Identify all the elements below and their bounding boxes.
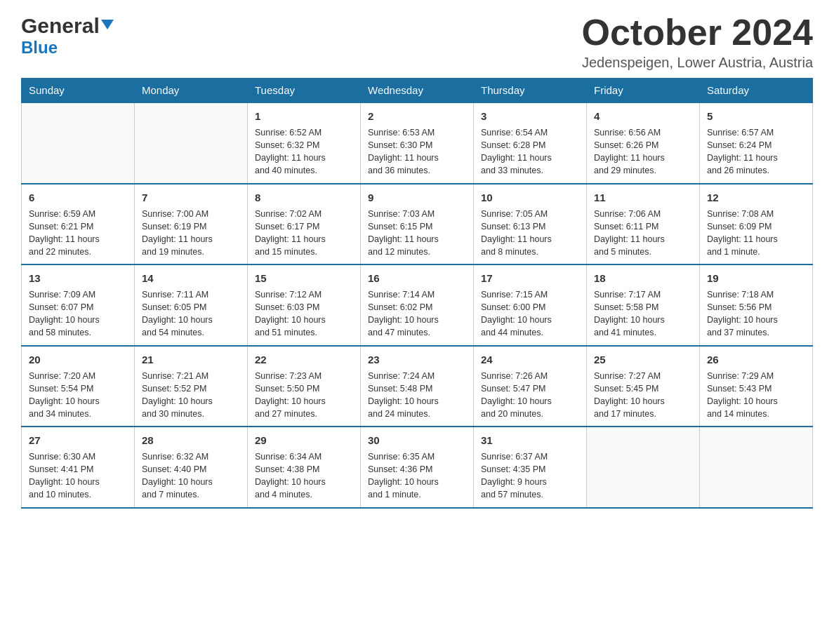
calendar-cell: 23Sunrise: 7:24 AM Sunset: 5:48 PM Dayli… <box>361 346 474 427</box>
day-info: Sunrise: 7:12 AM Sunset: 6:03 PM Dayligh… <box>255 288 353 340</box>
day-number: 25 <box>594 352 692 367</box>
calendar-week-row: 27Sunrise: 6:30 AM Sunset: 4:41 PM Dayli… <box>22 427 813 508</box>
day-info: Sunrise: 7:21 AM Sunset: 5:52 PM Dayligh… <box>142 370 240 421</box>
day-info: Sunrise: 7:14 AM Sunset: 6:02 PM Dayligh… <box>368 288 466 340</box>
calendar-cell: 6Sunrise: 6:59 AM Sunset: 6:21 PM Daylig… <box>22 184 135 265</box>
day-number: 23 <box>368 352 466 367</box>
weekday-header: Friday <box>587 79 700 103</box>
calendar-cell: 2Sunrise: 6:53 AM Sunset: 6:30 PM Daylig… <box>361 102 474 184</box>
day-number: 4 <box>594 109 692 123</box>
calendar-cell: 26Sunrise: 7:29 AM Sunset: 5:43 PM Dayli… <box>700 346 813 427</box>
day-info: Sunrise: 7:20 AM Sunset: 5:54 PM Dayligh… <box>29 370 127 421</box>
day-info: Sunrise: 6:34 AM Sunset: 4:38 PM Dayligh… <box>255 450 353 502</box>
calendar-cell: 29Sunrise: 6:34 AM Sunset: 4:38 PM Dayli… <box>248 427 361 508</box>
day-info: Sunrise: 7:23 AM Sunset: 5:50 PM Dayligh… <box>255 370 353 421</box>
calendar-cell: 21Sunrise: 7:21 AM Sunset: 5:52 PM Dayli… <box>135 346 248 427</box>
weekday-header: Tuesday <box>248 79 361 103</box>
day-number: 13 <box>29 271 127 286</box>
day-number: 7 <box>142 190 240 205</box>
calendar-cell <box>135 102 248 184</box>
day-number: 9 <box>368 190 466 205</box>
calendar-cell: 3Sunrise: 6:54 AM Sunset: 6:28 PM Daylig… <box>474 102 587 184</box>
day-number: 16 <box>368 271 466 286</box>
day-info: Sunrise: 6:35 AM Sunset: 4:36 PM Dayligh… <box>368 450 466 502</box>
day-number: 12 <box>707 190 805 205</box>
calendar-header-row: SundayMondayTuesdayWednesdayThursdayFrid… <box>22 79 813 103</box>
calendar-cell: 19Sunrise: 7:18 AM Sunset: 5:56 PM Dayli… <box>700 264 813 346</box>
day-info: Sunrise: 7:08 AM Sunset: 6:09 PM Dayligh… <box>707 208 805 259</box>
day-number: 1 <box>255 109 353 123</box>
day-number: 21 <box>142 352 240 367</box>
day-number: 26 <box>707 352 805 367</box>
day-number: 2 <box>368 109 466 123</box>
day-info: Sunrise: 7:06 AM Sunset: 6:11 PM Dayligh… <box>594 208 692 259</box>
title-block: October 2024 Jedenspeigen, Lower Austria… <box>582 14 814 71</box>
weekday-header: Thursday <box>474 79 587 103</box>
day-info: Sunrise: 7:09 AM Sunset: 6:07 PM Dayligh… <box>29 288 127 340</box>
day-info: Sunrise: 6:52 AM Sunset: 6:32 PM Dayligh… <box>255 126 353 177</box>
day-number: 15 <box>255 271 353 286</box>
page-header: General Blue October 2024 Jedenspeigen, … <box>21 14 813 71</box>
logo-triangle-icon <box>101 20 114 29</box>
logo-blue-text: Blue <box>21 38 58 58</box>
day-number: 22 <box>255 352 353 367</box>
calendar-cell <box>587 427 700 508</box>
calendar-cell: 24Sunrise: 7:26 AM Sunset: 5:47 PM Dayli… <box>474 346 587 427</box>
location-text: Jedenspeigen, Lower Austria, Austria <box>582 55 814 71</box>
month-title: October 2024 <box>582 14 814 51</box>
day-number: 27 <box>29 433 127 448</box>
calendar-cell <box>700 427 813 508</box>
day-info: Sunrise: 6:54 AM Sunset: 6:28 PM Dayligh… <box>481 126 579 177</box>
calendar-cell: 7Sunrise: 7:00 AM Sunset: 6:19 PM Daylig… <box>135 184 248 265</box>
day-number: 3 <box>481 109 579 123</box>
day-info: Sunrise: 6:57 AM Sunset: 6:24 PM Dayligh… <box>707 126 805 177</box>
calendar-cell: 20Sunrise: 7:20 AM Sunset: 5:54 PM Dayli… <box>22 346 135 427</box>
day-number: 20 <box>29 352 127 367</box>
day-info: Sunrise: 7:27 AM Sunset: 5:45 PM Dayligh… <box>594 370 692 421</box>
weekday-header: Sunday <box>22 79 135 103</box>
day-info: Sunrise: 7:15 AM Sunset: 6:00 PM Dayligh… <box>481 288 579 340</box>
day-info: Sunrise: 7:02 AM Sunset: 6:17 PM Dayligh… <box>255 208 353 259</box>
day-number: 19 <box>707 271 805 286</box>
calendar-cell: 11Sunrise: 7:06 AM Sunset: 6:11 PM Dayli… <box>587 184 700 265</box>
calendar-cell: 30Sunrise: 6:35 AM Sunset: 4:36 PM Dayli… <box>361 427 474 508</box>
day-info: Sunrise: 6:37 AM Sunset: 4:35 PM Dayligh… <box>481 450 579 502</box>
calendar-cell: 5Sunrise: 6:57 AM Sunset: 6:24 PM Daylig… <box>700 102 813 184</box>
day-info: Sunrise: 7:26 AM Sunset: 5:47 PM Dayligh… <box>481 370 579 421</box>
day-number: 18 <box>594 271 692 286</box>
calendar-week-row: 20Sunrise: 7:20 AM Sunset: 5:54 PM Dayli… <box>22 346 813 427</box>
calendar-cell: 18Sunrise: 7:17 AM Sunset: 5:58 PM Dayli… <box>587 264 700 346</box>
calendar-cell: 4Sunrise: 6:56 AM Sunset: 6:26 PM Daylig… <box>587 102 700 184</box>
day-number: 28 <box>142 433 240 448</box>
calendar-cell: 13Sunrise: 7:09 AM Sunset: 6:07 PM Dayli… <box>22 264 135 346</box>
day-number: 5 <box>707 109 805 123</box>
calendar-cell <box>22 102 135 184</box>
day-number: 6 <box>29 190 127 205</box>
calendar-cell: 8Sunrise: 7:02 AM Sunset: 6:17 PM Daylig… <box>248 184 361 265</box>
weekday-header: Monday <box>135 79 248 103</box>
calendar-table: SundayMondayTuesdayWednesdayThursdayFrid… <box>21 78 813 509</box>
day-info: Sunrise: 7:05 AM Sunset: 6:13 PM Dayligh… <box>481 208 579 259</box>
day-info: Sunrise: 7:18 AM Sunset: 5:56 PM Dayligh… <box>707 288 805 340</box>
calendar-cell: 15Sunrise: 7:12 AM Sunset: 6:03 PM Dayli… <box>248 264 361 346</box>
day-number: 29 <box>255 433 353 448</box>
calendar-cell: 1Sunrise: 6:52 AM Sunset: 6:32 PM Daylig… <box>248 102 361 184</box>
day-info: Sunrise: 7:03 AM Sunset: 6:15 PM Dayligh… <box>368 208 466 259</box>
calendar-cell: 9Sunrise: 7:03 AM Sunset: 6:15 PM Daylig… <box>361 184 474 265</box>
day-info: Sunrise: 6:32 AM Sunset: 4:40 PM Dayligh… <box>142 450 240 502</box>
day-info: Sunrise: 6:30 AM Sunset: 4:41 PM Dayligh… <box>29 450 127 502</box>
calendar-cell: 12Sunrise: 7:08 AM Sunset: 6:09 PM Dayli… <box>700 184 813 265</box>
weekday-header: Saturday <box>700 79 813 103</box>
day-number: 24 <box>481 352 579 367</box>
day-number: 11 <box>594 190 692 205</box>
day-number: 8 <box>255 190 353 205</box>
logo: General Blue <box>21 14 114 58</box>
logo-general-text: General <box>21 14 100 38</box>
calendar-cell: 14Sunrise: 7:11 AM Sunset: 6:05 PM Dayli… <box>135 264 248 346</box>
calendar-cell: 28Sunrise: 6:32 AM Sunset: 4:40 PM Dayli… <box>135 427 248 508</box>
calendar-week-row: 13Sunrise: 7:09 AM Sunset: 6:07 PM Dayli… <box>22 264 813 346</box>
calendar-cell: 10Sunrise: 7:05 AM Sunset: 6:13 PM Dayli… <box>474 184 587 265</box>
day-info: Sunrise: 6:59 AM Sunset: 6:21 PM Dayligh… <box>29 208 127 259</box>
calendar-cell: 31Sunrise: 6:37 AM Sunset: 4:35 PM Dayli… <box>474 427 587 508</box>
day-info: Sunrise: 7:11 AM Sunset: 6:05 PM Dayligh… <box>142 288 240 340</box>
